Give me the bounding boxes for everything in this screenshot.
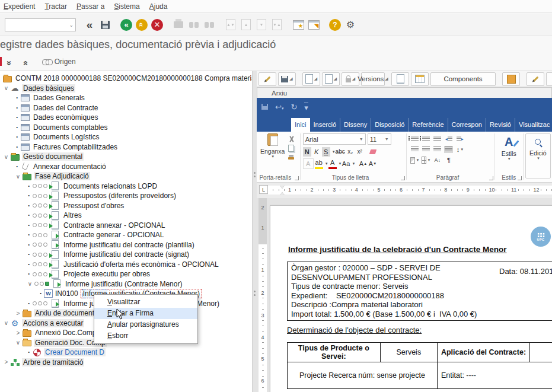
word-save-icon[interactable] xyxy=(261,103,268,111)
redo-icon[interactable]: ↻ xyxy=(291,103,297,111)
tree-row[interactable]: ·Crear Document D xyxy=(0,348,252,358)
underline-button[interactable]: S xyxy=(322,147,330,157)
rectangle-icon[interactable] xyxy=(502,72,520,86)
last-page-icon[interactable]: ▼▲ xyxy=(270,18,284,32)
decrease-indent-icon[interactable]: ◂ xyxy=(444,135,453,142)
cut-button[interactable] xyxy=(288,135,295,144)
check-out-icon[interactable]: ◢ xyxy=(322,72,340,86)
components-button[interactable]: Components xyxy=(430,72,496,86)
tree-row[interactable]: ·Contracte annexar - OPCIONAL xyxy=(0,221,252,231)
tree-row[interactable]: ·Dades del Contracte xyxy=(0,103,252,113)
tree-row[interactable]: ·Projecte executiu per obres xyxy=(0,269,252,279)
paragraph-marks-icon[interactable]: ¶ xyxy=(444,157,453,164)
tree-row[interactable]: ∨Informe justificatiu (Contracte Menor) xyxy=(0,279,252,289)
menu-item-expedient[interactable]: Expedient xyxy=(1,2,42,11)
text-effects-button[interactable]: A xyxy=(303,158,314,169)
context-menu-item-visualitzar[interactable]: Visualitzar xyxy=(94,297,197,308)
tab-selector-icon[interactable]: L xyxy=(259,185,268,194)
tree-row[interactable]: ·Pressupostos (diferents proveïdors) xyxy=(0,191,252,201)
justify-icon[interactable] xyxy=(444,146,453,153)
indent-marker-icon[interactable] xyxy=(280,186,285,194)
tree-row[interactable]: ∨☁Dades bàsiques xyxy=(0,84,252,94)
menu-item-ajuda[interactable]: Ajuda xyxy=(147,2,175,11)
undo-icon[interactable]: ↩▾ xyxy=(275,103,283,111)
tree-row[interactable]: ·Annexar documentació xyxy=(0,162,252,172)
vertical-ruler[interactable]: 211234567 xyxy=(259,198,267,392)
styles-label[interactable]: Estils xyxy=(502,150,516,157)
grow-font-button[interactable]: A▲ xyxy=(359,159,368,168)
new-session-icon[interactable]: ★ xyxy=(291,18,305,32)
find-icon[interactable] xyxy=(187,18,201,32)
tree-row[interactable]: ∨Gestió documental xyxy=(0,152,252,162)
origen-button[interactable]: Origen xyxy=(55,58,76,66)
increase-indent-icon[interactable]: ▸ xyxy=(455,135,464,142)
format-painter-button[interactable] xyxy=(288,152,295,161)
styles-dialog-launcher-icon[interactable] xyxy=(518,176,522,180)
tree-row[interactable]: ·Contracte generar - OPCIONAL xyxy=(0,230,252,240)
bold-button[interactable]: N xyxy=(303,147,311,157)
font-dialog-launcher-icon[interactable] xyxy=(401,176,405,180)
document-icon[interactable] xyxy=(391,72,409,86)
shading-icon[interactable]: ▼ xyxy=(410,157,419,164)
context-menu-item-esborr[interactable]: Esborr xyxy=(94,330,197,342)
bullet-list-icon[interactable] xyxy=(410,135,419,142)
tree-row[interactable]: ·Dades Generals xyxy=(0,93,252,103)
italic-button[interactable]: K xyxy=(312,147,321,157)
check-in-icon[interactable]: ◢ xyxy=(302,72,320,86)
tree-row[interactable]: >Arbre de tramitació xyxy=(0,358,252,368)
chevron-right-icon[interactable]: > xyxy=(14,330,22,336)
find-next-icon[interactable] xyxy=(202,18,216,32)
numbered-list-icon[interactable] xyxy=(422,135,430,142)
tree-row[interactable]: ·Pressupost d'obres xyxy=(0,201,252,211)
tree-row[interactable]: ·Informe justificatiu del contracte (pla… xyxy=(0,240,252,250)
pen-disabled-icon[interactable] xyxy=(546,72,552,86)
tree-row[interactable]: ∨Fase Adjudicació xyxy=(0,171,252,181)
signature-icon[interactable] xyxy=(259,72,276,86)
styles-icon[interactable]: A xyxy=(505,136,513,148)
context-menu-item-enviar-a-firma[interactable]: Enviar a Firma xyxy=(94,308,197,319)
versions-button[interactable]: Versions◢ xyxy=(361,72,385,86)
multilevel-list-icon[interactable] xyxy=(433,135,442,142)
font-name-select[interactable]: Arial▼ xyxy=(303,133,366,145)
align-left-icon[interactable] xyxy=(410,146,419,153)
components-tree-icon[interactable] xyxy=(411,72,429,86)
chevron-down-icon[interactable]: ∨ xyxy=(26,281,34,287)
change-case-button[interactable]: Aa xyxy=(342,159,350,168)
borders-icon[interactable]: ▼ xyxy=(422,157,430,164)
chevron-down-icon[interactable]: ∨ xyxy=(14,173,22,180)
chevron-down-icon[interactable]: ∨ xyxy=(2,85,10,91)
collapse-icon[interactable]: « xyxy=(82,18,97,32)
font-color-button[interactable]: A xyxy=(328,158,337,169)
align-right-icon[interactable] xyxy=(433,146,442,153)
chevron-right-icon[interactable]: > xyxy=(2,359,10,365)
help-icon[interactable]: ? xyxy=(328,18,342,32)
tab-correspon[interactable]: Correspon xyxy=(448,118,486,132)
tree-row[interactable]: ·Informe justificatiu del contracte (sig… xyxy=(0,250,252,260)
previous-page-icon[interactable]: ▲ xyxy=(239,18,253,32)
lock-icon[interactable]: ◢ xyxy=(342,72,359,86)
tab-disposici[interactable]: Disposició xyxy=(371,118,409,132)
highlight-button[interactable]: ab xyxy=(315,158,323,169)
save-icon[interactable] xyxy=(98,18,112,32)
line-spacing-icon[interactable]: ↕▼ xyxy=(455,146,464,153)
menu-item-passar-a[interactable]: Passar a xyxy=(74,2,111,11)
shortcut-icon[interactable]: ◥ xyxy=(307,18,321,32)
chevron-down-icon[interactable]: ∨ xyxy=(2,320,10,326)
clear-formatting-icon[interactable] xyxy=(369,149,376,154)
next-page-icon[interactable]: ▼ xyxy=(254,18,269,32)
panel-splitter[interactable] xyxy=(252,71,257,392)
tree-row[interactable]: ·Documents comptables xyxy=(0,123,252,133)
copy-button[interactable] xyxy=(288,144,295,152)
tab-inserci[interactable]: Inserció xyxy=(310,118,341,132)
tree-row[interactable]: ·Justificació d'oferta més econòmica - O… xyxy=(0,260,252,270)
shrink-font-button[interactable]: A▼ xyxy=(369,159,377,168)
chevron-down-icon[interactable]: ∨ xyxy=(2,154,10,160)
tree-row[interactable]: ·Dades econòmiques xyxy=(0,113,252,123)
context-menu-item-anular-portasignatures[interactable]: Anular portasignatures xyxy=(94,319,197,330)
tree-row[interactable]: ·Documents relacionats LOPD xyxy=(0,181,252,192)
menu-item-sistema[interactable]: Sistema xyxy=(111,2,146,11)
tab-visualitzac[interactable]: Visualitzac xyxy=(515,118,552,132)
customize-icon[interactable]: ⚙ xyxy=(343,18,358,32)
tab-revisi[interactable]: Revisió xyxy=(486,118,515,132)
strikethrough-button[interactable]: abc xyxy=(336,147,345,157)
